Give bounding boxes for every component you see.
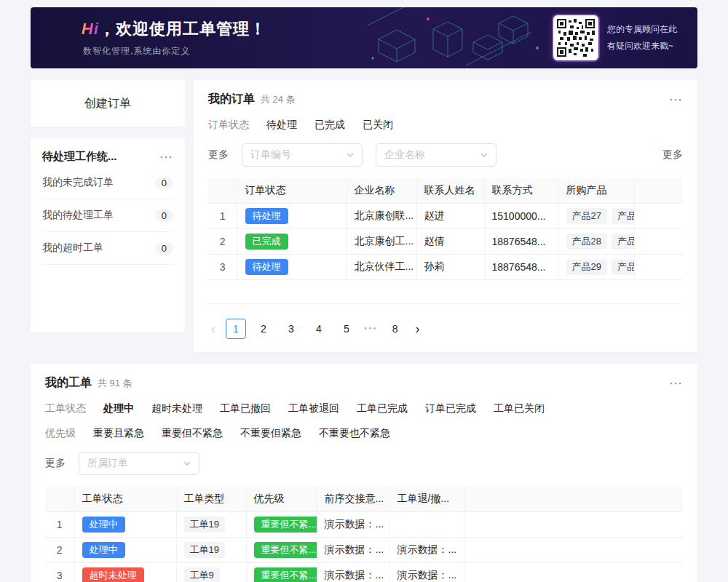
workorders-panel-title: 我的工单 — [45, 375, 92, 391]
order-row[interactable]: 1 待处理 北京康创联... 赵进 15100000... 产品27产品 — [208, 203, 683, 228]
pagination-ellipsis-icon[interactable]: ••• — [364, 324, 378, 334]
filter-option-processing[interactable]: 处理中 — [103, 402, 134, 415]
banner-decoration-icon — [364, 7, 553, 68]
order-row[interactable]: 2 已完成 北京康创工... 赵倩 18876548... 产品28产品 — [208, 228, 683, 254]
page-1[interactable]: 1 — [226, 319, 246, 339]
workorder-status-filter-label: 工单状态 — [45, 402, 86, 415]
orders-count: 共 24 条 — [261, 93, 296, 106]
workorder-type-tag: 工单19 — [184, 517, 225, 533]
chevron-down-icon — [183, 461, 191, 466]
workorders-table: 工单状态 工单类型 优先级 前序交接意... 工单退/撤... 1 处理中 工单… — [45, 487, 683, 582]
stat-item-overtime-workorders[interactable]: 我的超时工单 0 — [42, 232, 173, 265]
pagination-prev-icon[interactable]: ‹ — [208, 322, 218, 337]
filter-option-closed[interactable]: 工单已关闭 — [494, 402, 545, 415]
banner-title-rest: ，欢迎使用工单管理！ — [99, 20, 266, 38]
row-index: 2 — [208, 228, 237, 254]
priority-cell: 重要但不紧... — [246, 538, 317, 563]
product-tag: 产品28 — [566, 234, 607, 250]
priority-cell: 重要但不紧... — [246, 511, 317, 537]
qr-code[interactable] — [553, 15, 598, 60]
company-cell: 北京康创工... — [347, 228, 416, 254]
more-options-icon[interactable]: ⋯ — [669, 377, 683, 390]
product-cell: 产品27产品 — [558, 203, 634, 228]
phone-cell: 18876548... — [484, 228, 558, 254]
col-workorder-type: 工单类型 — [176, 487, 246, 511]
stat-item-pending-workorders[interactable]: 我的待处理工单 0 — [42, 199, 173, 232]
priority-badge: 重要但不紧... — [254, 542, 317, 558]
filter-option-pending[interactable]: 待处理 — [266, 119, 297, 132]
chevron-down-icon — [347, 153, 354, 157]
product-cell: 产品29产品 — [558, 255, 634, 280]
priority-badge: 重要但不紧... — [254, 517, 317, 533]
main-layout: 创建订单 待处理工作统... ⋯ 我的未完成订单 0 我的待处理工单 0 我的超… — [0, 80, 728, 352]
banner-hi: Hi — [82, 20, 99, 38]
pre-handover-cell: 演示数据：... — [317, 538, 389, 563]
stat-item-unfinished-orders[interactable]: 我的未完成订单 0 — [42, 167, 173, 199]
stats-card-title: 待处理工作统... — [42, 150, 117, 164]
page-2[interactable]: 2 — [253, 319, 274, 339]
more-filters-link[interactable]: 更多 — [45, 457, 66, 470]
product-tag: 产品29 — [566, 259, 607, 275]
workorder-type-tag: 工单19 — [184, 542, 225, 558]
filler-cell — [464, 511, 683, 537]
order-status-filter-row: 订单状态 待处理 已完成 已关闭 — [208, 119, 683, 132]
return-cell: 演示数据：... — [389, 538, 464, 563]
product-cell: 产品28产品 — [558, 228, 634, 254]
product-tag: 产品 — [612, 234, 634, 250]
page-3[interactable]: 3 — [281, 319, 301, 339]
page-4[interactable]: 4 — [309, 319, 329, 339]
workorder-row[interactable]: 2 处理中 工单19 重要但不紧... 演示数据：... 演示数据：... — [45, 538, 683, 563]
order-row[interactable]: 3 待处理 北京伙伴工... 孙莉 18876548... 产品29产品 — [208, 255, 683, 280]
filter-option-closed[interactable]: 已关闭 — [363, 119, 393, 132]
stat-label: 我的待处理工单 — [42, 209, 114, 222]
create-order-button[interactable]: 创建订单 — [31, 80, 185, 127]
col-return-withdraw: 工单退/撤... — [389, 487, 464, 511]
priority-notimportant-noturgent[interactable]: 不重要也不紧急 — [319, 427, 390, 440]
workorder-row[interactable]: 1 处理中 工单19 重要但不紧... 演示数据：... — [45, 511, 683, 537]
filter-option-order-done[interactable]: 订单已完成 — [425, 402, 476, 415]
orders-table-header-row: 订单状态 企业名称 联系人姓名 联系方式 所购产品 — [208, 178, 683, 203]
filter-option-overtime[interactable]: 超时未处理 — [151, 402, 202, 415]
company-name-select-placeholder: 企业名称 — [384, 148, 480, 162]
priority-important-noturgent[interactable]: 重要但不紧急 — [162, 427, 223, 440]
priority-filter-row: 优先级 重要且紧急 重要但不紧急 不重要但紧急 不重要也不紧急 — [45, 427, 683, 440]
filter-option-withdrawn[interactable]: 工单已撤回 — [220, 402, 271, 415]
pagination-next-icon[interactable]: › — [413, 322, 423, 337]
parent-order-select[interactable]: 所属订单 — [79, 452, 199, 475]
page-5[interactable]: 5 — [336, 319, 357, 339]
company-name-select[interactable]: 企业名称 — [376, 143, 496, 167]
priority-filter-label: 优先级 — [45, 427, 76, 440]
page-8[interactable]: 8 — [385, 319, 405, 339]
workorders-more-row: 更多 所属订单 — [45, 452, 683, 475]
col-index — [208, 178, 237, 203]
welcome-banner: Hi，欢迎使用工单管理！ 数智化管理,系统由你定义 — [31, 7, 697, 68]
stat-label: 我的超时工单 — [42, 242, 103, 255]
filler-cell — [634, 228, 683, 254]
filter-option-returned[interactable]: 工单被退回 — [288, 402, 339, 415]
more-filters-link[interactable]: 更多 — [208, 148, 229, 162]
banner-subtitle: 数智化管理,系统由你定义 — [83, 45, 266, 57]
filter-option-workorder-done[interactable]: 工单已完成 — [357, 402, 408, 415]
orders-more-row: 更多 订单编号 企业名称 更多 — [208, 143, 683, 167]
qr-note-line2: 有疑问欢迎来戳~ — [607, 38, 677, 55]
filter-option-done[interactable]: 已完成 — [314, 119, 345, 132]
more-options-icon[interactable]: ⋯ — [159, 151, 173, 164]
workorders-panel-header: 我的工单 共 91 条 ⋯ — [45, 375, 683, 391]
stats-card-header: 待处理工作统... ⋯ — [42, 150, 173, 164]
stat-count-badge: 0 — [155, 242, 173, 255]
priority-notimportant-urgent[interactable]: 不重要但紧急 — [240, 427, 301, 440]
product-tag: 产品 — [612, 208, 634, 224]
order-number-select[interactable]: 订单编号 — [242, 143, 363, 167]
priority-cell: 重要但不紧... — [246, 563, 317, 582]
parent-order-select-placeholder: 所属订单 — [87, 457, 183, 470]
workorder-row[interactable]: 3 超时未处理 工单9 重要但不紧... 演示数据：... 演示数据：... — [45, 563, 683, 582]
more-options-icon[interactable]: ⋯ — [669, 93, 683, 106]
workorders-count: 共 91 条 — [98, 377, 132, 390]
col-product: 所购产品 — [558, 178, 634, 203]
stat-count-badge: 0 — [155, 210, 173, 222]
more-columns-link[interactable]: 更多 — [662, 148, 683, 162]
col-contact: 联系人姓名 — [416, 178, 484, 203]
priority-important-urgent[interactable]: 重要且紧急 — [93, 427, 144, 440]
workorders-wrap: 我的工单 共 91 条 ⋯ 工单状态 处理中 超时未处理 工单已撤回 工单被退回… — [0, 364, 728, 582]
return-cell: 演示数据：... — [389, 563, 464, 582]
